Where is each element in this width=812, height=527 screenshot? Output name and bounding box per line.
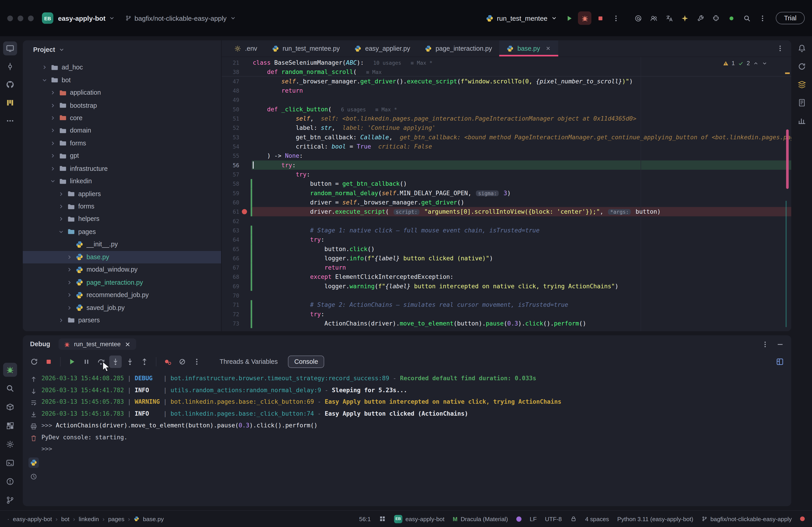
close-tab-icon[interactable] [545, 46, 551, 51]
tree-item-domain[interactable]: domain [23, 124, 221, 137]
step-out-button[interactable] [138, 356, 151, 368]
accent-color-dot[interactable] [516, 516, 521, 521]
line-number[interactable]: 59 [222, 189, 239, 198]
code-line-64[interactable]: 64 try: [222, 235, 791, 244]
line-number[interactable]: 62 [222, 216, 239, 226]
sparkle-icon[interactable] [679, 12, 691, 24]
code-line-57[interactable]: 57 try: [222, 170, 791, 179]
git-tool-icon[interactable] [3, 493, 17, 507]
breadcrumb-item[interactable]: base.py [143, 516, 164, 522]
tree-item-core[interactable]: core [23, 111, 221, 124]
search-icon[interactable] [740, 12, 753, 24]
line-number[interactable]: 72 [222, 310, 239, 319]
line-number[interactable]: 51 [222, 114, 239, 123]
problems-tool-icon[interactable] [3, 475, 17, 488]
profiler-icon[interactable] [795, 114, 809, 128]
terminal-tool-icon[interactable] [3, 456, 17, 470]
line-separator[interactable]: LF [530, 516, 537, 522]
editor-tab-.env[interactable]: .env [227, 40, 264, 56]
debug-view-tab-threads-variables[interactable]: Threads & Variables [213, 356, 284, 368]
line-number[interactable]: 54 [222, 142, 239, 151]
tree-item-forms[interactable]: forms [23, 200, 221, 213]
theme-widget[interactable]: M Dracula (Material) [453, 516, 508, 522]
indent-style[interactable]: 4 spaces [585, 516, 609, 522]
code-line-71[interactable]: 71 # Stage 2: ActionChains — simulates r… [222, 300, 791, 310]
wrench-icon[interactable] [694, 12, 707, 24]
debug-button[interactable] [578, 12, 592, 25]
inspections-widget[interactable]: 1 2 [723, 60, 768, 66]
code-line-38[interactable]: 38 def random_normal_scroll( ≡ Max [222, 67, 791, 76]
prev-occurrence-button[interactable] [28, 374, 39, 385]
debug-more-button[interactable] [191, 356, 203, 368]
encoding[interactable]: UTF-8 [545, 516, 562, 522]
code-line-47[interactable]: 47 self._browser_manager.get_driver().ex… [222, 77, 791, 86]
line-number[interactable]: 47 [222, 77, 239, 86]
project-panel-header[interactable]: Project [23, 40, 221, 59]
tree-item-modal_window.py[interactable]: modal_window.py [23, 264, 221, 276]
editor-tab-base.py[interactable]: base.py [499, 40, 558, 56]
editor-tab-page_interaction.py[interactable]: page_interaction.py [418, 40, 499, 56]
run-button[interactable] [563, 12, 576, 25]
python-console-icon[interactable] [28, 457, 39, 468]
project-tool-icon[interactable] [3, 42, 17, 56]
line-number[interactable]: 58 [222, 179, 239, 188]
line-number[interactable]: 63 [222, 226, 239, 235]
code-line-72[interactable]: 72 try: [222, 310, 791, 319]
line-number[interactable]: 73 [222, 319, 239, 328]
tree-item-ad_hoc[interactable]: ad_hoc [23, 61, 221, 74]
run-more-button[interactable] [609, 12, 623, 25]
rerun-button[interactable] [28, 356, 40, 368]
code-line-66[interactable]: 66 logger.info(f"{label} button clicked … [222, 254, 791, 263]
ai-assistant-icon[interactable] [795, 60, 809, 74]
line-number[interactable]: 53 [222, 133, 239, 142]
tree-item-parsers[interactable]: parsers [23, 314, 221, 327]
layout-settings-button[interactable] [774, 356, 786, 368]
tree-item-gpt[interactable]: gpt [23, 150, 221, 162]
services-tool-icon[interactable] [3, 419, 17, 433]
tree-item-page_interaction.py[interactable]: page_interaction.py [23, 276, 221, 289]
code-line-61[interactable]: 61 driver.execute_script( script: "argum… [222, 207, 791, 216]
packages-tool-icon[interactable] [3, 400, 17, 414]
translate-icon[interactable] [663, 12, 675, 24]
line-number[interactable]: 67 [222, 263, 239, 272]
users-icon[interactable] [647, 12, 660, 24]
tree-item-base.py[interactable]: base.py [23, 251, 221, 264]
line-number[interactable]: 49 [222, 95, 239, 104]
print-button[interactable] [28, 421, 39, 432]
scrollbar-thumb[interactable] [786, 130, 788, 189]
project-menu[interactable]: easy-apply-bot [58, 14, 115, 22]
line-number[interactable]: 21 [222, 58, 239, 67]
tree-item-linkedin[interactable]: linkedin [23, 175, 221, 187]
code-line-68[interactable]: 68 except ElementClickInterceptedExcepti… [222, 272, 791, 282]
line-number[interactable]: 57 [222, 170, 239, 179]
line-number[interactable]: 70 [222, 291, 239, 300]
line-number[interactable]: 64 [222, 235, 239, 244]
breakpoint-icon[interactable] [242, 209, 247, 214]
pause-button[interactable] [80, 356, 93, 368]
line-number[interactable]: 55 [222, 151, 239, 160]
step-over-button[interactable] [95, 356, 107, 368]
lock-icon[interactable] [570, 515, 577, 522]
code-line-53[interactable]: 53 get_btn_callback: Callable, get_btn_c… [222, 133, 791, 142]
status-dot-icon[interactable] [725, 12, 738, 24]
git-branch-widget[interactable]: bagfix/not-clickable-easy-apply [701, 516, 792, 522]
tree-item-pages[interactable]: pages [23, 225, 221, 238]
tree-item-bootstrap[interactable]: bootstrap [23, 99, 221, 111]
database-icon[interactable] [795, 77, 809, 91]
tree-item-bot[interactable]: bot [23, 74, 221, 86]
code-line-54[interactable]: 54 critical: bool = True critical: False [222, 142, 791, 151]
line-number[interactable]: 50 [222, 105, 239, 114]
structure-tool-icon[interactable] [3, 96, 17, 110]
debug-session-tab[interactable]: run_test_mentee [58, 338, 136, 350]
code-area[interactable]: 21class BaseSeleniumManager(ABC): 10 usa… [222, 57, 791, 331]
next-problem-icon[interactable] [762, 60, 767, 66]
line-number[interactable]: 48 [222, 86, 239, 95]
line-number[interactable]: 60 [222, 198, 239, 207]
run-config-selector[interactable]: run_test_mentee [485, 14, 557, 22]
more-icon[interactable] [756, 12, 768, 24]
line-number[interactable]: 71 [222, 300, 239, 310]
scroll-to-end-button[interactable] [28, 409, 39, 420]
code-line-59[interactable]: 59 random_normal_delay(self.MIN_DELAY_PA… [222, 189, 791, 198]
tree-item-recommended_job.py[interactable]: recommended_job.py [23, 289, 221, 301]
code-line-55[interactable]: 55 ) -> None: [222, 151, 791, 160]
